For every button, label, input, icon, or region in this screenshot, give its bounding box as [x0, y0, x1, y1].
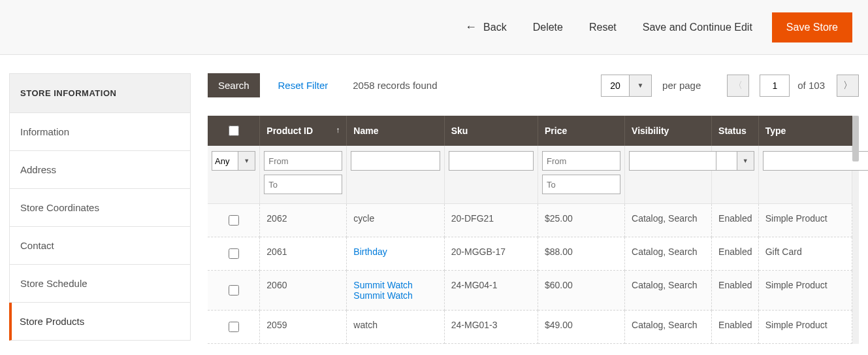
cell-price: $88.00	[538, 237, 625, 271]
save-continue-button[interactable]: Save and Continue Edit	[643, 22, 752, 33]
reset-filter-link[interactable]: Reset Filter	[278, 80, 329, 91]
sidebar-item-store-schedule[interactable]: Store Schedule	[9, 265, 191, 303]
per-page-dropdown-icon[interactable]: ▼	[630, 75, 652, 97]
reset-button[interactable]: Reset	[589, 22, 617, 33]
cell-visibility: Catalog, Search	[625, 271, 712, 311]
next-page-button[interactable]: 〉	[837, 75, 859, 97]
sidebar-item-store-products[interactable]: Store Products	[9, 303, 191, 341]
cell-type: Simple Product	[758, 311, 852, 344]
row-checkbox[interactable]	[229, 215, 239, 226]
per-page-input[interactable]	[601, 75, 630, 97]
chevron-left-icon: 〈	[733, 80, 743, 92]
cell-sku: 20-DFG21	[444, 204, 538, 237]
cell-name: watch	[347, 311, 444, 344]
sidebar: STORE INFORMATION Information Address St…	[9, 73, 191, 344]
cell-product-id: 2059	[260, 311, 347, 344]
cell-sku: 24-MG01-3	[444, 311, 538, 344]
sidebar-title: STORE INFORMATION	[9, 73, 191, 113]
filter-any-dropdown-icon[interactable]: ▼	[238, 151, 255, 171]
product-name-link[interactable]: Summit Watch Summit Watch	[353, 280, 413, 301]
sidebar-item-information[interactable]: Information	[9, 113, 191, 151]
cell-product-id: 2062	[260, 204, 347, 237]
header-status[interactable]: Status	[712, 116, 759, 146]
header-product-id[interactable]: Product ID ↑	[260, 116, 347, 146]
search-button[interactable]: Search	[208, 73, 260, 97]
table-row[interactable]: 2060Summit Watch Summit Watch24-MG04-1$6…	[208, 271, 852, 311]
filter-price-from[interactable]	[542, 151, 620, 171]
filter-pid-to[interactable]	[264, 175, 342, 194]
page-of-label: of 103	[797, 80, 825, 91]
cell-product-id: 2060	[260, 271, 347, 311]
header-visibility[interactable]: Visibility	[625, 116, 712, 146]
product-name-link[interactable]: Birthday	[353, 246, 387, 257]
prev-page-button[interactable]: 〈	[727, 75, 749, 97]
records-found-label: 2058 records found	[353, 80, 437, 91]
cell-price: $25.00	[538, 204, 625, 237]
filter-price-to[interactable]	[542, 175, 620, 194]
cell-sku: 20-MGGB-17	[444, 237, 538, 271]
cell-name: Summit Watch Summit Watch	[347, 271, 444, 311]
row-checkbox[interactable]	[229, 285, 239, 296]
per-page-label: per page	[662, 80, 701, 91]
back-label: Back	[483, 22, 507, 33]
cell-price: $49.00	[538, 311, 625, 344]
cell-visibility: Catalog, Search	[625, 204, 712, 237]
cell-type: Simple Product	[758, 271, 852, 311]
page-number-input[interactable]	[760, 75, 790, 97]
table-row[interactable]: 2061Birthday20-MGGB-17$88.00Catalog, Sea…	[208, 237, 852, 271]
cell-visibility: Catalog, Search	[625, 237, 712, 271]
table-row[interactable]: 2059watch24-MG01-3$49.00Catalog, SearchE…	[208, 311, 852, 344]
filter-pid-from[interactable]	[264, 151, 342, 171]
cell-status: Enabled	[712, 204, 759, 237]
header-type[interactable]: Type	[758, 116, 852, 146]
filter-status-dropdown-icon[interactable]: ▼	[737, 151, 754, 171]
scrollbar-thumb[interactable]	[852, 116, 859, 161]
table-row[interactable]: 2062cycle20-DFG21$25.00Catalog, SearchEn…	[208, 204, 852, 237]
cell-name: Birthday	[347, 237, 444, 271]
sort-asc-icon: ↑	[336, 126, 340, 135]
filter-status-select[interactable]	[716, 151, 737, 171]
filter-any-select[interactable]	[212, 151, 238, 171]
cell-type: Gift Card	[758, 237, 852, 271]
select-all-checkbox[interactable]	[229, 126, 239, 136]
cell-status: Enabled	[712, 271, 759, 311]
header-name[interactable]: Name	[347, 116, 444, 146]
top-action-bar: ← Back Delete Reset Save and Continue Ed…	[0, 0, 868, 55]
cell-sku: 24-MG04-1	[444, 271, 538, 311]
filter-sku-input[interactable]	[449, 151, 534, 171]
filter-name-input[interactable]	[351, 151, 440, 171]
cell-status: Enabled	[712, 237, 759, 271]
header-sku[interactable]: Sku	[444, 116, 538, 146]
save-store-button[interactable]: Save Store	[772, 12, 852, 42]
row-checkbox[interactable]	[229, 248, 239, 259]
delete-button[interactable]: Delete	[533, 22, 563, 33]
cell-status: Enabled	[712, 311, 759, 344]
chevron-right-icon: 〉	[843, 80, 852, 92]
sidebar-item-contact[interactable]: Contact	[9, 227, 191, 265]
header-price[interactable]: Price	[538, 116, 625, 146]
back-button[interactable]: ← Back	[465, 20, 507, 34]
products-grid: Product ID ↑ Name Sku Price Visibility S…	[208, 116, 852, 344]
content-area: Search Reset Filter 2058 records found ▼…	[208, 73, 859, 344]
cell-price: $60.00	[538, 271, 625, 311]
cell-product-id: 2061	[260, 237, 347, 271]
arrow-left-icon: ←	[465, 20, 477, 34]
cell-type: Simple Product	[758, 204, 852, 237]
sidebar-item-address[interactable]: Address	[9, 151, 191, 189]
sidebar-item-store-coordinates[interactable]: Store Coordinates	[9, 189, 191, 227]
row-checkbox[interactable]	[229, 322, 239, 332]
grid-controls: Search Reset Filter 2058 records found ▼…	[208, 73, 859, 97]
cell-visibility: Catalog, Search	[625, 311, 712, 344]
cell-name: cycle	[347, 204, 444, 237]
